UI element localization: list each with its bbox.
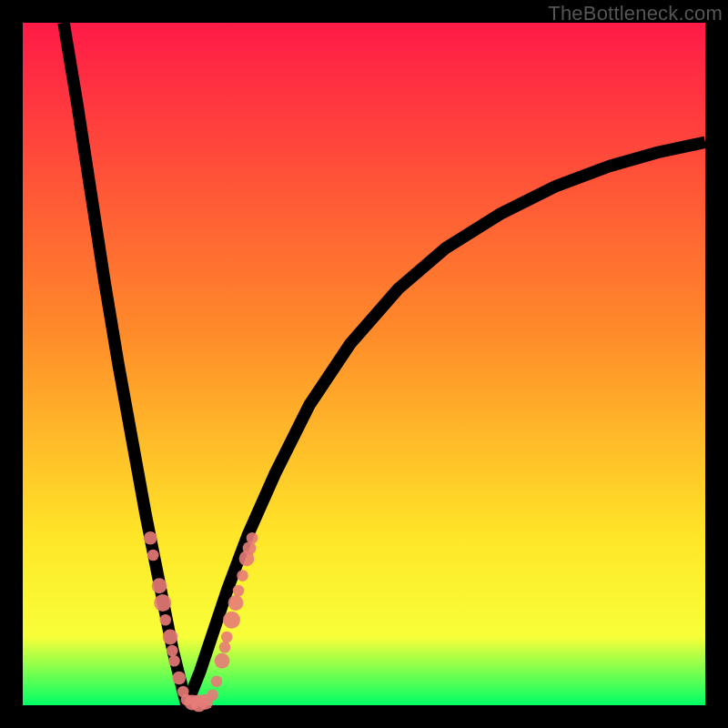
data-marker <box>154 594 171 612</box>
curve-right <box>187 142 705 705</box>
data-marker <box>167 645 178 657</box>
data-marker <box>219 642 231 653</box>
watermark-text: TheBottleneck.com <box>548 2 723 25</box>
data-marker <box>237 570 248 581</box>
data-marker <box>247 532 258 544</box>
data-marker <box>223 612 240 629</box>
chart-frame: TheBottleneck.com <box>0 0 728 728</box>
data-marker <box>211 675 223 687</box>
data-marker <box>168 655 180 667</box>
data-marker <box>163 630 178 645</box>
data-marker <box>172 672 186 685</box>
data-marker <box>144 531 157 545</box>
data-marker <box>221 632 233 643</box>
data-marker <box>215 653 230 669</box>
curve-layer <box>23 23 705 705</box>
data-marker <box>243 541 257 555</box>
data-marker <box>152 578 167 593</box>
data-marker <box>207 689 218 701</box>
data-marker <box>228 595 244 611</box>
data-marker <box>147 550 159 561</box>
data-marker <box>159 614 171 626</box>
data-marker <box>233 585 245 597</box>
